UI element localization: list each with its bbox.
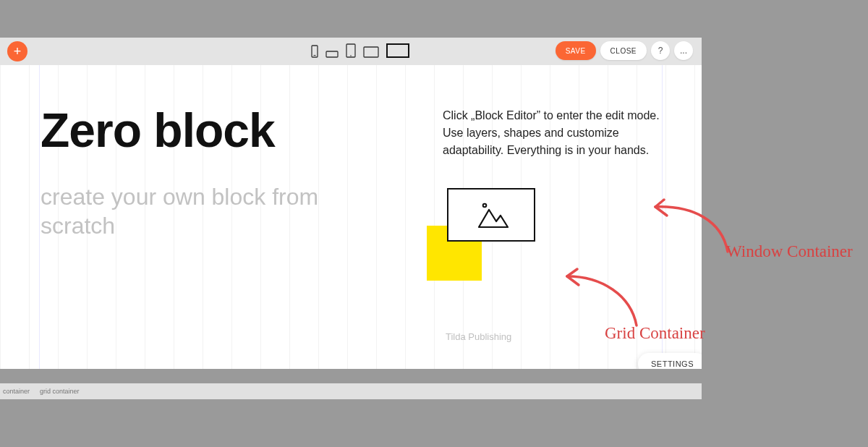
container-tabs: container grid container	[0, 383, 702, 399]
image-placeholder-icon	[476, 200, 509, 230]
ellipsis-icon: ...	[680, 46, 687, 56]
settings-button[interactable]: SETTINGS	[638, 353, 702, 369]
annotation-label-grid: Grid Container	[605, 324, 705, 343]
question-icon: ?	[658, 46, 663, 56]
device-mobile-landscape-icon[interactable]	[326, 51, 339, 58]
save-button[interactable]: SAVE	[556, 41, 596, 60]
toolbar-actions: SAVE CLOSE ? ...	[556, 41, 693, 60]
body-text[interactable]: Click „Block Editor” to enter the edit m…	[443, 107, 667, 159]
subheadline-text[interactable]: create your own block from scratch	[41, 182, 344, 240]
annotation-arrow-grid	[557, 266, 651, 331]
editor-toolbar: + SAVE CLOSE ? ...	[0, 38, 702, 65]
svg-point-4	[350, 55, 352, 56]
more-button[interactable]: ...	[674, 41, 693, 60]
caption-text[interactable]: Tilda Publishing	[446, 331, 511, 342]
svg-rect-2	[326, 51, 338, 57]
device-tablet-portrait-icon[interactable]	[346, 43, 356, 58]
device-switcher	[311, 43, 409, 58]
help-button[interactable]: ?	[651, 41, 670, 60]
add-block-button[interactable]: +	[7, 41, 27, 61]
svg-rect-1	[314, 55, 316, 56]
device-desktop-icon[interactable]	[386, 43, 409, 58]
close-button[interactable]: CLOSE	[600, 41, 647, 60]
image-placeholder-group[interactable]	[427, 188, 542, 275]
device-tablet-landscape-icon[interactable]	[363, 46, 379, 58]
tab-container[interactable]: container	[3, 388, 30, 395]
svg-rect-5	[364, 47, 378, 57]
headline-text[interactable]: Zero block	[41, 103, 275, 158]
device-mobile-portrait-icon[interactable]	[311, 45, 318, 58]
image-frame[interactable]	[447, 188, 535, 242]
svg-rect-6	[387, 44, 409, 57]
annotation-label-window: Window Container	[726, 242, 853, 261]
tab-grid-container[interactable]: grid container	[40, 388, 80, 395]
svg-point-7	[483, 204, 487, 208]
plus-icon: +	[14, 45, 22, 58]
